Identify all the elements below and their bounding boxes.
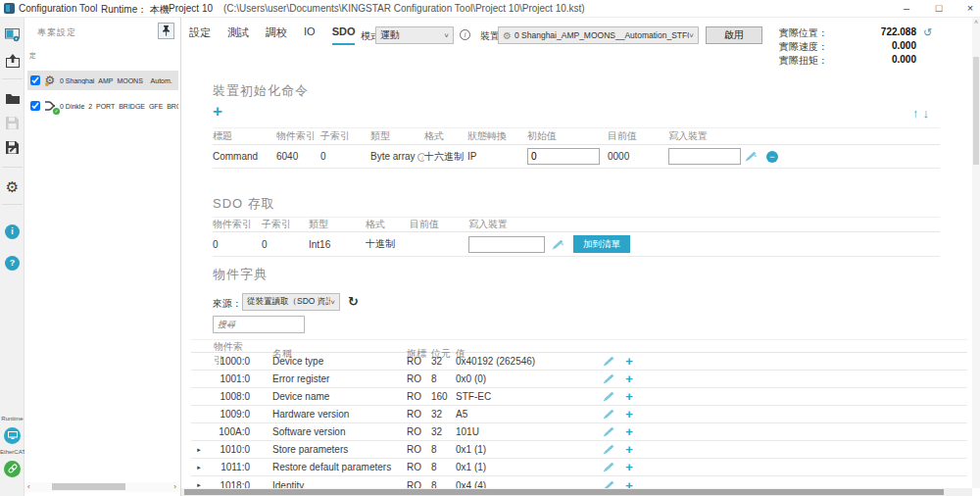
add-command-icon[interactable]: + [213, 102, 222, 122]
table-row[interactable]: 100A:0 Software version RO 32 101U + [191, 423, 967, 441]
device-gear-icon: ⚙ [503, 30, 512, 41]
open-project-icon[interactable] [0, 88, 24, 108]
write-icon[interactable] [552, 239, 573, 250]
chevron-down-icon: ˅ [444, 31, 449, 40]
write-icon[interactable] [603, 391, 620, 402]
add-object-icon[interactable]: + [620, 389, 638, 404]
tab-settings[interactable]: 設定 [189, 25, 211, 45]
save-as-icon[interactable] [0, 137, 24, 157]
expand-icon[interactable]: ▸ [191, 464, 207, 471]
deploy-icon[interactable] [0, 51, 24, 71]
reset-position-icon[interactable]: ↺ [923, 26, 932, 39]
device-checkbox[interactable] [30, 101, 40, 111]
add-to-list-button[interactable]: 加到清單 [573, 235, 630, 253]
object-bits: 8 [431, 444, 456, 455]
scroll-left-arrow[interactable]: ‹ [27, 482, 30, 491]
initial-value-input[interactable] [527, 148, 600, 165]
table-row[interactable]: ▸ 1011:0 Restore default parameters RO 8… [191, 459, 967, 476]
tab-tuning[interactable]: 調校 [266, 25, 287, 45]
pin-button[interactable] [158, 23, 174, 39]
stat-value: 722.088 [881, 26, 916, 40]
write-icon[interactable] [603, 373, 620, 384]
table-row[interactable]: 1008:0 Device name RO 160 STF-EC + [191, 388, 967, 406]
add-object-icon[interactable]: + [620, 354, 638, 369]
section-title-object-dictionary: 物件字典 [213, 266, 268, 283]
info-icon[interactable]: i [0, 222, 24, 241]
write-icon[interactable] [603, 426, 620, 437]
stat-label: 實際扭矩： [779, 54, 828, 68]
sub-index: 0 [320, 151, 370, 162]
panel-hscrollbar[interactable]: ‹ › [24, 482, 179, 492]
scroll-right-arrow[interactable]: › [173, 482, 176, 491]
add-object-icon[interactable]: + [620, 407, 638, 422]
table-row[interactable]: ▸ 1010:0 Store parameters RO 8 0x1 (1) + [191, 441, 967, 459]
settings-gear-icon[interactable]: ⚙ [0, 176, 24, 196]
source-select[interactable]: 從裝置讀取（SDO 資訊） ˅ [242, 293, 340, 311]
main-hscrollbar[interactable] [181, 488, 972, 496]
expand-icon[interactable]: ▸ [191, 446, 207, 454]
device-select[interactable]: ⚙ 0 Shanghai_AMP_MOONS__Automation_STF06… [498, 26, 699, 44]
actual-torque-row: 實際扭矩： 0.000 [779, 54, 916, 68]
write-device-input[interactable] [468, 236, 545, 253]
type-info-icon[interactable]: i [417, 153, 424, 162]
init-table-header: 標題 物件索引 子索引 類型 格式 狀態轉換 初始值 目前值 寫入裝置 [213, 127, 940, 145]
write-device-input[interactable] [668, 148, 741, 165]
move-up-down-icons[interactable]: ↑↓ [912, 106, 933, 121]
scroll-up-arrow[interactable]: ˄ [972, 19, 980, 25]
object-index: 100A:0 [207, 426, 250, 437]
object-index: 1001:0 [207, 373, 250, 384]
add-object-icon[interactable]: + [620, 460, 638, 474]
project-name: Project 10 [169, 3, 213, 14]
help-icon[interactable]: ? [0, 253, 24, 273]
main-vscrollbar[interactable]: ˄ [972, 18, 980, 488]
device-tree-item[interactable]: ✓ 0 Dinkle_2_PORT_BRIDGE_GFE_BR0. [27, 96, 178, 116]
titlebar: Configuration Tool Runtime： 本機 Project 1… [0, 0, 980, 18]
write-icon[interactable] [603, 462, 620, 472]
add-object-icon[interactable]: + [620, 442, 638, 457]
project-settings-icon[interactable] [0, 25, 24, 45]
write-icon[interactable] [603, 409, 620, 420]
rail-divider [2, 204, 23, 205]
save-icon[interactable] [0, 113, 24, 132]
object-index: 0 [213, 239, 262, 250]
table-row[interactable]: 1001:0 Error register RO 8 0x0 (0) + [191, 371, 967, 388]
add-object-icon[interactable]: + [620, 372, 638, 386]
table-row[interactable]: 1009:0 Hardware version RO 32 A5 + [191, 406, 967, 423]
write-icon[interactable] [603, 356, 620, 367]
device-tree-item[interactable]: ⚙ 0 Shanghai_AMP_MOONS__Autom. [27, 71, 178, 90]
sdo-table-header: 物件索引 子索引 類型 格式 目前值 寫入裝置 [213, 217, 940, 232]
close-button[interactable]: × [958, 0, 980, 17]
table-row[interactable]: 1000:0 Device type RO 32 0x40192 (262546… [191, 353, 967, 371]
object-value: STF-EC [456, 391, 603, 402]
app-title: Configuration Tool [19, 3, 97, 14]
ethercat-status-icon[interactable] [0, 459, 24, 478]
tab-io[interactable]: IO [304, 25, 316, 45]
object-flags: RO [407, 373, 431, 384]
object-index: 1008:0 [207, 391, 250, 402]
write-icon[interactable] [745, 151, 766, 162]
scrollbar-thumb[interactable] [52, 483, 125, 490]
scrollbar-thumb[interactable] [184, 489, 944, 495]
search-input[interactable] [213, 316, 305, 333]
chevron-down-icon: ˅ [330, 298, 335, 307]
scrollbar-thumb[interactable] [973, 57, 979, 165]
mode-select[interactable]: 運動 ˅ [375, 26, 454, 44]
runtime-status-icon[interactable] [0, 425, 24, 445]
clipped-tree-text: 定 [29, 51, 36, 61]
refresh-icon[interactable]: ↻ [348, 294, 359, 309]
mode-info-icon[interactable]: i [460, 29, 470, 40]
tab-test[interactable]: 測試 [227, 25, 249, 45]
object-bits: 32 [431, 409, 456, 420]
device-checkbox[interactable] [30, 75, 40, 85]
format-cell: 十進制 [366, 237, 410, 251]
enable-button[interactable]: 啟用 [706, 26, 762, 44]
add-object-icon[interactable]: + [620, 424, 638, 439]
remove-command-icon[interactable]: − [766, 151, 778, 163]
tab-sdo[interactable]: SDO [332, 25, 356, 45]
object-bits: 32 [431, 356, 456, 367]
minimize-button[interactable]: – [895, 0, 918, 17]
write-icon[interactable] [603, 444, 620, 455]
maximize-button[interactable]: □ [927, 0, 951, 17]
object-value: 0x1 (1) [456, 444, 603, 455]
object-name: Hardware version [250, 409, 407, 420]
